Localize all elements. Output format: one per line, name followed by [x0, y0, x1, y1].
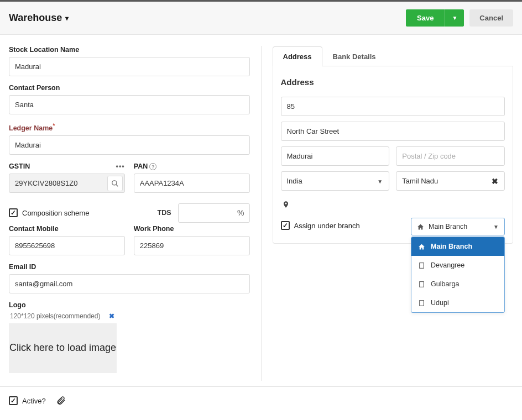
svg-rect-2 [420, 262, 424, 268]
svg-rect-16 [420, 300, 424, 306]
save-dropdown-button[interactable]: ▼ [445, 9, 464, 27]
svg-rect-9 [420, 281, 424, 287]
branch-option-label: Gulbarga [431, 280, 459, 288]
work-phone-input[interactable] [134, 236, 250, 255]
logo-remove-icon[interactable]: ✖ [109, 312, 114, 320]
pan-input[interactable] [134, 174, 250, 193]
caret-down-icon: ▾ [65, 14, 69, 22]
active-checkbox[interactable] [9, 396, 18, 405]
branch-option-devangree[interactable]: Devangree [411, 256, 504, 275]
logo-upload-box[interactable]: Click here to load image [9, 323, 117, 373]
gstin-label-text: GSTIN [9, 162, 30, 170]
save-button[interactable]: Save [406, 9, 445, 27]
contact-person-label: Contact Person [9, 84, 250, 92]
branch-option-main[interactable]: Main Branch [411, 237, 504, 256]
branch-option-label: Main Branch [431, 243, 472, 250]
page-title-text: Warehouse [9, 12, 62, 24]
home-icon [418, 243, 425, 250]
tab-address[interactable]: Address [273, 46, 322, 66]
percent-icon: % [237, 208, 244, 217]
stock-location-label: Stock Location Name [9, 46, 250, 54]
map-pin-icon[interactable] [282, 200, 290, 209]
gstin-label: GSTIN ••• [9, 162, 125, 170]
page-title-dropdown[interactable]: Warehouse ▾ [9, 12, 69, 24]
pan-label: PAN? [134, 162, 250, 170]
ledger-name-label-text: Ledger Name [9, 124, 53, 132]
branch-option-label: Devangree [431, 261, 464, 269]
country-select[interactable] [281, 171, 390, 191]
assign-branch-checkbox[interactable] [281, 221, 290, 230]
caret-down-icon: ▼ [493, 224, 499, 230]
address-line1-input[interactable] [281, 97, 505, 116]
branch-dropdown-button[interactable]: Main Branch ▼ [411, 218, 505, 235]
ledger-name-label: Ledger Name* [9, 122, 250, 132]
required-asterisk-icon: * [53, 122, 55, 129]
building-icon [418, 281, 425, 288]
address-line2-input[interactable] [281, 122, 505, 141]
work-phone-label: Work Phone [134, 225, 250, 233]
contact-person-input[interactable] [9, 95, 250, 114]
composition-label: Composition scheme [22, 209, 89, 217]
building-icon [418, 262, 425, 269]
cancel-button[interactable]: Cancel [469, 9, 513, 27]
active-label-text: Active [22, 397, 41, 405]
address-section-title: Address [281, 77, 505, 87]
help-icon[interactable]: ? [41, 397, 45, 405]
city-input[interactable] [281, 146, 390, 166]
logo-label: Logo [9, 301, 250, 309]
help-icon[interactable]: ? [149, 163, 156, 170]
logo-placeholder-text: Click here to load image [9, 342, 116, 354]
active-label: Active? [22, 397, 46, 405]
gstin-more-icon[interactable]: ••• [116, 162, 125, 170]
branch-option-gulbarga[interactable]: Gulbarga [411, 275, 504, 293]
branch-option-label: Udupi [431, 299, 449, 307]
pan-label-text: PAN [134, 162, 148, 170]
svg-line-1 [116, 185, 118, 187]
logo-hint-text: 120*120 pixels(recommended) [10, 312, 100, 320]
save-button-group: Save ▼ [406, 9, 464, 27]
assign-branch-label: Assign under branch [294, 222, 360, 230]
stock-location-input[interactable] [9, 57, 250, 76]
email-input[interactable] [9, 274, 250, 293]
contact-mobile-input[interactable] [9, 236, 125, 255]
building-icon [418, 300, 425, 307]
state-select[interactable] [396, 171, 505, 191]
email-label: Email ID [9, 263, 250, 271]
branch-selected-text: Main Branch [429, 223, 467, 230]
tab-bank-details[interactable]: Bank Details [322, 46, 387, 66]
top-actions: Save ▼ Cancel [406, 9, 513, 27]
tds-label: TDS [158, 209, 171, 217]
right-tabs: Address Bank Details [273, 46, 514, 66]
branch-option-udupi[interactable]: Udupi [411, 293, 504, 312]
postal-input[interactable] [396, 146, 505, 166]
attachment-icon[interactable] [56, 396, 66, 406]
clear-icon[interactable]: ✖ [492, 177, 498, 186]
branch-dropdown-list: Main Branch Devangree Gulbarga Udup [411, 237, 505, 313]
ledger-name-input[interactable] [9, 135, 250, 155]
search-icon [111, 180, 119, 187]
home-icon [417, 223, 424, 230]
contact-mobile-label: Contact Mobile [9, 225, 125, 233]
gstin-search-button[interactable] [107, 176, 123, 191]
svg-point-0 [112, 181, 117, 185]
composition-checkbox[interactable] [9, 208, 18, 217]
